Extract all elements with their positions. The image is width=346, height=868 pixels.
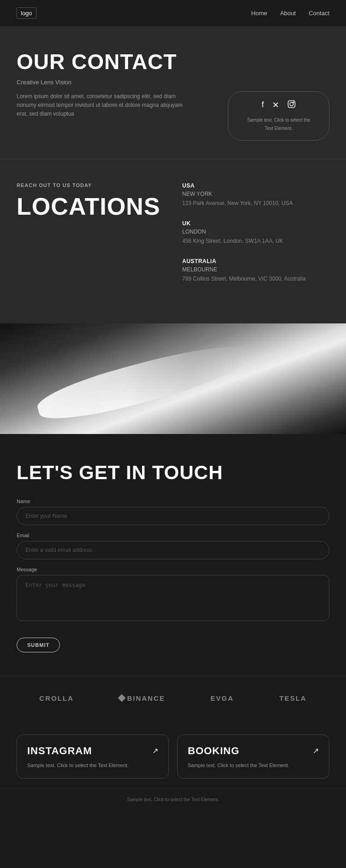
location-usa-address: 123 Park Avenue, New York, NY 10010, USA — [182, 199, 329, 207]
location-uk-country: UK — [182, 220, 329, 227]
reach-label: REACH OUT TO US TODAY — [17, 182, 164, 188]
brush-visual — [0, 323, 346, 434]
hero-section: OUR CONTACT Creative Lens Vision Lorem i… — [0, 26, 346, 159]
footer-text: Sample text. Click to select the Text El… — [127, 797, 219, 802]
brush-stroke — [33, 334, 261, 429]
instagram-card-title: INSTAGRAM — [27, 745, 92, 757]
booking-card-title: BOOKING — [188, 745, 239, 757]
contact-section: LET'S GET IN TOUCH Name Email Message SU… — [0, 434, 346, 675]
brand-binance: BINANCE — [119, 694, 165, 702]
navigation: Home About Contact — [251, 10, 329, 17]
location-australia: AUSTRALIA MELBOURNE 789 Collins Street, … — [182, 258, 329, 283]
message-textarea[interactable] — [17, 575, 329, 621]
nav-home[interactable]: Home — [251, 10, 268, 17]
social-sample-text: Sample text. Click to select the Text El… — [247, 117, 310, 131]
name-label: Name — [17, 499, 329, 504]
location-uk-city: LONDON — [182, 229, 329, 235]
header: logo Home About Contact — [0, 0, 346, 26]
location-usa: USA NEW YORK 123 Park Avenue, New York, … — [182, 182, 329, 207]
message-form-group: Message — [17, 567, 329, 623]
location-usa-country: USA — [182, 182, 329, 189]
logo: logo — [17, 7, 36, 19]
location-australia-address: 789 Collins Street, Melbourne, VIC 3000,… — [182, 275, 329, 283]
hero-subtitle: Creative Lens Vision — [17, 79, 329, 86]
instagram-card[interactable]: INSTAGRAM ↗ Sample text. Click to select… — [17, 734, 169, 779]
locations-title: LOCATIONS — [17, 194, 164, 218]
location-usa-city: NEW YORK — [182, 191, 329, 197]
locations-left: REACH OUT TO US TODAY LOCATIONS — [17, 182, 164, 296]
email-input[interactable] — [17, 541, 329, 559]
location-uk-address: 456 King Street, London, SW1A 1AA, UK — [182, 237, 329, 245]
booking-card-title-row: BOOKING ↗ — [188, 745, 319, 757]
svg-point-2 — [293, 102, 294, 103]
hero-title: OUR CONTACT — [17, 49, 329, 74]
location-australia-country: AUSTRALIA — [182, 258, 329, 264]
social-box: f ✕ Sample text. Click to select the Tex… — [228, 91, 329, 141]
locations-right: USA NEW YORK 123 Park Avenue, New York, … — [182, 182, 329, 296]
name-input[interactable] — [17, 507, 329, 525]
instagram-card-description: Sample text. Click to select the Text El… — [27, 762, 158, 769]
contact-title: LET'S GET IN TOUCH — [17, 462, 329, 484]
brand-tesla: TESLA — [279, 694, 306, 702]
booking-card[interactable]: BOOKING ↗ Sample text. Click to select t… — [177, 734, 329, 779]
binance-diamond-icon — [118, 694, 126, 702]
twitter-x-icon[interactable]: ✕ — [272, 100, 279, 111]
brand-crolla: CROLLA — [39, 694, 74, 702]
booking-arrow-icon: ↗ — [313, 746, 319, 755]
instagram-icon[interactable] — [287, 100, 296, 111]
svg-rect-0 — [288, 100, 295, 107]
cards-section: INSTAGRAM ↗ Sample text. Click to select… — [0, 721, 346, 788]
hero-image — [0, 323, 346, 434]
locations-section: REACH OUT TO US TODAY LOCATIONS USA NEW … — [0, 159, 346, 323]
instagram-arrow-icon: ↗ — [152, 746, 158, 755]
location-australia-city: MELBOURNE — [182, 266, 329, 273]
message-label: Message — [17, 567, 329, 572]
footer: Sample text. Click to select the Text El… — [0, 788, 346, 812]
brands-section: CROLLA BINANCE EVGA TESLA — [0, 675, 346, 721]
instagram-card-title-row: INSTAGRAM ↗ — [27, 745, 158, 757]
nav-contact[interactable]: Contact — [309, 10, 329, 17]
hero-description: Lorem ipsum dolor sit amet, consetetur s… — [17, 92, 192, 119]
email-label: Email — [17, 533, 329, 538]
facebook-icon[interactable]: f — [262, 100, 264, 111]
nav-about[interactable]: About — [280, 10, 296, 17]
email-form-group: Email — [17, 533, 329, 559]
submit-button[interactable]: SUBMIT — [17, 638, 60, 652]
brand-evga: EVGA — [210, 694, 234, 702]
social-icons-row: f ✕ — [247, 100, 310, 111]
location-uk: UK LONDON 456 King Street, London, SW1A … — [182, 220, 329, 245]
name-form-group: Name — [17, 499, 329, 525]
booking-card-description: Sample text. Click to select the Text El… — [188, 762, 319, 769]
svg-point-1 — [290, 102, 293, 106]
